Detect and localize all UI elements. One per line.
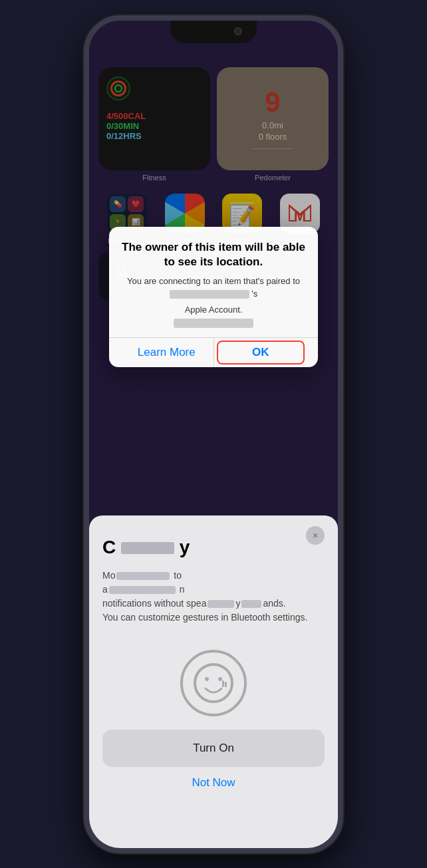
phone-frame: 4/500CAL 0/30MIN 0/12HRS Fitness 9 0.0mi… [84,15,343,853]
alert-dialog: The owner of this item will be able to s… [109,227,318,368]
svg-point-4 [218,677,222,681]
notch [170,21,257,43]
alert-title: The owner of this item will be able to s… [120,240,307,269]
svg-rect-6 [225,682,227,687]
sheet-notifications-text: notifications without speayands. [102,597,325,611]
bottom-sheet: × C y Mo to a n notifications without sp… [89,515,338,848]
turn-on-button[interactable]: Turn On [102,730,325,767]
alert-body2: Apple Account. [120,303,307,317]
not-now-button[interactable]: Not Now [89,776,338,790]
volume-down-button [84,214,85,253]
smiley-icon [180,650,247,716]
alert-redacted-account [174,319,253,328]
learn-more-button[interactable]: Learn More [120,338,214,367]
svg-point-3 [205,677,209,681]
sheet-body: Mo to a n notifications without speayand… [89,563,338,630]
alert-body: You are connecting to an item that's pai… [120,275,307,301]
sheet-title: C y [89,531,338,563]
power-button [342,167,343,227]
sheet-bluetooth-text: You can customize gestures in Bluetooth … [102,611,325,625]
ok-button[interactable]: OK [214,338,308,367]
alert-buttons: Learn More OK [120,338,307,367]
volume-up-button [84,164,85,204]
svg-rect-5 [222,680,224,687]
sheet-icon-area [89,650,338,716]
mute-button [84,127,85,154]
camera [234,27,242,35]
sheet-close-button[interactable]: × [306,526,325,545]
